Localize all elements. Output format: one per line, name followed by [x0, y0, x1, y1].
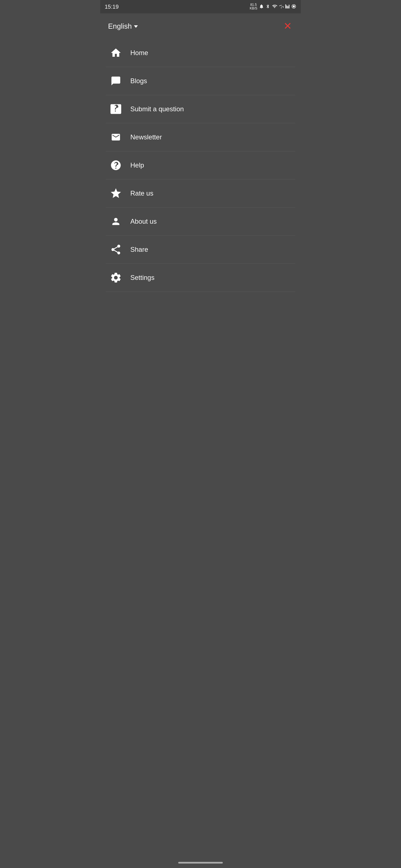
star-icon	[108, 186, 124, 201]
status-icons: 81.5KB/S	[250, 3, 296, 10]
about-us-label: About us	[130, 218, 157, 225]
menu-item-newsletter[interactable]: Newsletter	[106, 123, 295, 151]
language-label: English	[108, 22, 132, 31]
network-speed: 81.5KB/S	[250, 3, 257, 10]
close-button[interactable]: ✕	[282, 20, 293, 32]
menu-item-rate-us[interactable]: Rate us	[106, 180, 295, 208]
help-label: Help	[130, 161, 144, 169]
home-icon	[108, 45, 124, 61]
menu-item-about-us[interactable]: About us	[106, 208, 295, 236]
newsletter-label: Newsletter	[130, 133, 162, 141]
menu-item-blogs[interactable]: Blogs	[106, 67, 295, 95]
status-bar: 15:19 81.5KB/S	[100, 0, 301, 13]
bottom-nav-bar	[178, 862, 223, 864]
bluetooth-icon	[266, 4, 270, 10]
language-selector[interactable]: English	[108, 22, 138, 31]
record-icon	[291, 4, 296, 10]
gear-icon	[108, 270, 124, 285]
close-icon: ✕	[284, 20, 292, 32]
status-time: 15:19	[105, 4, 119, 10]
rate-us-label: Rate us	[130, 189, 153, 197]
settings-label: Settings	[130, 274, 154, 282]
question-box-icon	[108, 101, 124, 117]
person-icon	[108, 214, 124, 229]
header: English ✕	[100, 13, 301, 39]
menu-list: Home Blogs Submit a question Newsletter	[100, 39, 301, 292]
menu-item-submit-question[interactable]: Submit a question	[106, 95, 295, 123]
menu-item-home[interactable]: Home	[106, 39, 295, 67]
signal-icon	[279, 4, 284, 10]
submit-question-label: Submit a question	[130, 105, 184, 113]
signal2-icon	[285, 4, 290, 10]
help-icon	[108, 157, 124, 173]
blogs-icon	[108, 73, 124, 89]
menu-item-help[interactable]: Help	[106, 151, 295, 180]
alarm-icon	[259, 4, 264, 10]
blogs-label: Blogs	[130, 77, 147, 85]
share-label: Share	[130, 246, 148, 253]
menu-item-settings[interactable]: Settings	[106, 264, 295, 292]
chevron-down-icon	[134, 25, 138, 28]
svg-point-0	[293, 5, 295, 7]
share-icon	[108, 242, 124, 257]
home-label: Home	[130, 49, 148, 57]
menu-item-share[interactable]: Share	[106, 236, 295, 264]
wifi-icon	[272, 4, 277, 10]
newsletter-icon	[108, 129, 124, 145]
